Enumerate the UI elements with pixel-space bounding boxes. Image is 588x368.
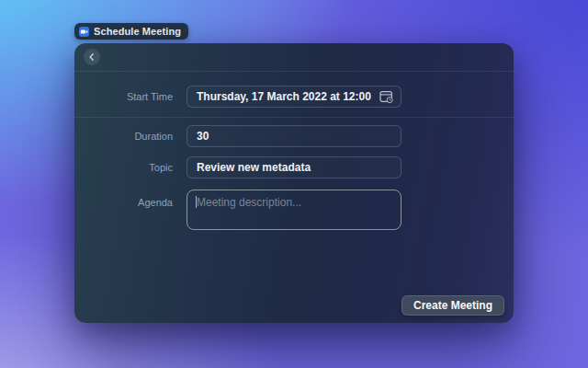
start-time-value: Thursday, 17 March 2022 at 12:00: [197, 90, 371, 103]
create-meeting-button[interactable]: Create Meeting: [401, 295, 504, 316]
start-time-row: Start Time Thursday, 17 March 2022 at 12…: [74, 86, 514, 108]
chevron-left-icon: [87, 52, 96, 62]
start-time-field[interactable]: Thursday, 17 March 2022 at 12:00: [187, 86, 401, 108]
schedule-meeting-window: Start Time Thursday, 17 March 2022 at 12…: [74, 43, 514, 323]
agenda-row: Agenda: [74, 190, 514, 230]
agenda-textarea[interactable]: [187, 190, 401, 230]
section-divider: [74, 117, 514, 118]
calendar-add-icon[interactable]: [379, 90, 393, 103]
app-badge-label: Schedule Meeting: [94, 26, 181, 37]
zoom-app-icon: [79, 27, 89, 37]
window-header: [74, 43, 514, 71]
agenda-field-wrap: [187, 190, 401, 230]
duration-label: Duration: [74, 131, 173, 142]
start-time-label: Start Time: [74, 91, 173, 102]
duration-row: Duration: [74, 125, 514, 147]
topic-row: Topic: [74, 156, 514, 178]
text-caret: [196, 196, 197, 208]
duration-input[interactable]: [187, 125, 401, 147]
app-badge-schedule-meeting[interactable]: Schedule Meeting: [74, 23, 188, 40]
header-divider: [74, 71, 514, 72]
agenda-label: Agenda: [74, 190, 173, 208]
back-button[interactable]: [84, 49, 100, 65]
desktop-background: Schedule Meeting Start Time Thursday, 17…: [0, 0, 588, 368]
topic-input[interactable]: [187, 156, 401, 178]
topic-label: Topic: [74, 162, 173, 173]
